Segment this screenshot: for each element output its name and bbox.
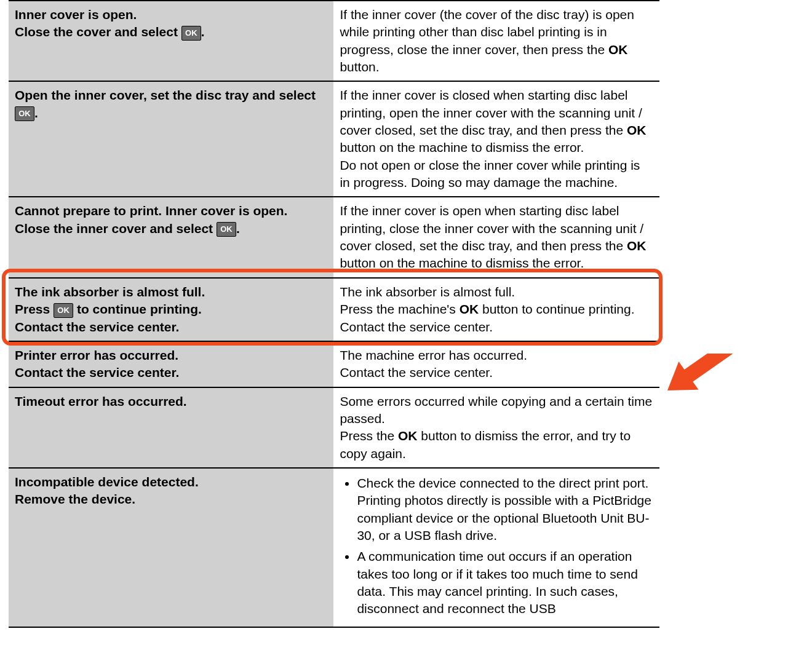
- error-action-cell: If the inner cover (the cover of the dis…: [333, 1, 659, 81]
- ok-button-icon: OK: [54, 303, 73, 318]
- action-text: If the inner cover is closed when starti…: [340, 87, 653, 191]
- error-message-cell: Printer error has occurred.Contact the s…: [9, 341, 333, 387]
- error-message-line-after: .: [201, 25, 205, 39]
- ok-button-icon: OK: [181, 26, 201, 41]
- error-message-line: Open the inner cover, set the disc tray …: [15, 88, 316, 102]
- error-action-cell: The machine error has occurred.Contact t…: [333, 341, 659, 387]
- error-message-line: Contact the service center.: [15, 365, 179, 379]
- error-action-cell: Check the device connected to the direct…: [333, 468, 659, 627]
- error-message-cell: Cannot prepare to print. Inner cover is …: [9, 197, 333, 277]
- action-text: The ink absorber is almost full.Press th…: [340, 283, 653, 336]
- ok-button-icon: OK: [15, 106, 34, 121]
- svg-marker-0: [661, 354, 748, 405]
- error-message-line: Remove the device.: [15, 492, 135, 506]
- table-row: Cannot prepare to print. Inner cover is …: [9, 197, 659, 277]
- error-message-line: Incompatible device detected.: [15, 475, 199, 489]
- error-table: Inner cover is open.Close the cover and …: [9, 0, 659, 628]
- table-row: Open the inner cover, set the disc tray …: [9, 81, 659, 197]
- table-row: Incompatible device detected.Remove the …: [9, 468, 659, 627]
- error-message-line: Close the cover and select: [15, 25, 181, 39]
- error-message-line-after: .: [236, 221, 240, 235]
- table-row: The ink absorber is almost full.Press OK…: [9, 278, 659, 341]
- action-bullet: A communication time out occurs if an op…: [357, 548, 653, 617]
- arrow-annotation: [661, 354, 784, 452]
- action-text: Some errors occurred while copying and a…: [340, 393, 653, 462]
- action-text: If the inner cover (the cover of the dis…: [340, 6, 653, 76]
- error-action-cell: The ink absorber is almost full.Press th…: [333, 278, 659, 341]
- action-text: The machine error has occurred.Contact t…: [340, 347, 653, 382]
- ok-button-icon: OK: [217, 222, 236, 237]
- table-row: Printer error has occurred.Contact the s…: [9, 341, 659, 387]
- action-bullet-list: Check the device connected to the direct…: [357, 475, 653, 618]
- error-message-cell: Timeout error has occurred.: [9, 387, 333, 468]
- error-action-cell: Some errors occurred while copying and a…: [333, 387, 659, 468]
- table-row: Inner cover is open.Close the cover and …: [9, 1, 659, 81]
- error-message-line: Timeout error has occurred.: [15, 394, 187, 408]
- error-message-line-after: to continue printing.: [73, 302, 202, 316]
- error-message-line: Inner cover is open.: [15, 7, 137, 22]
- error-message-cell: The ink absorber is almost full.Press OK…: [9, 278, 333, 341]
- error-message-line: Cannot prepare to print. Inner cover is …: [15, 204, 287, 218]
- error-message-line: Printer error has occurred.: [15, 348, 178, 362]
- error-message-line-after: .: [34, 106, 38, 120]
- error-message-line: Press: [15, 302, 54, 316]
- error-action-cell: If the inner cover is open when starting…: [333, 197, 659, 277]
- error-message-cell: Inner cover is open.Close the cover and …: [9, 1, 333, 81]
- action-bullet: Check the device connected to the direct…: [357, 475, 653, 544]
- error-message-line: Contact the service center.: [15, 320, 179, 334]
- error-message-line: The ink absorber is almost full.: [15, 285, 205, 299]
- error-message-cell: Open the inner cover, set the disc tray …: [9, 81, 333, 197]
- error-message-cell: Incompatible device detected.Remove the …: [9, 468, 333, 627]
- error-message-line: Close the inner cover and select: [15, 221, 217, 235]
- action-text: If the inner cover is open when starting…: [340, 202, 653, 272]
- error-action-cell: If the inner cover is closed when starti…: [333, 81, 659, 197]
- table-row: Timeout error has occurred.Some errors o…: [9, 387, 659, 468]
